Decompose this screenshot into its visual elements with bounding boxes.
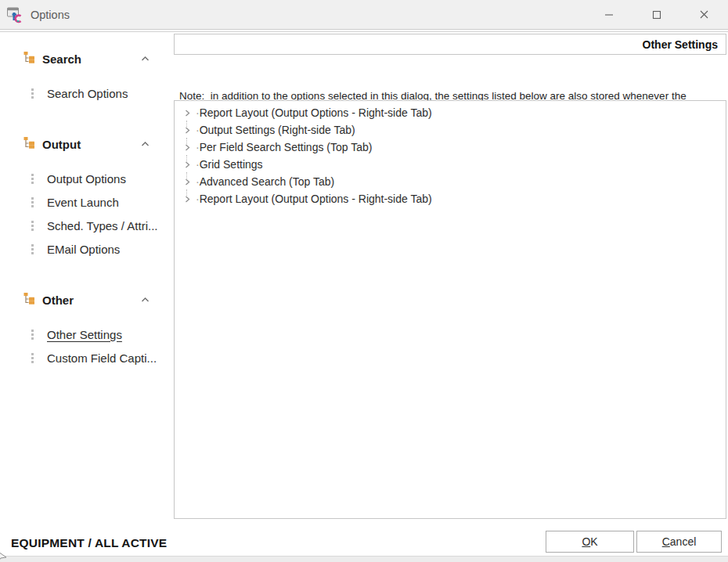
sidebar-section-output: Output Output Options Event Launch Sched… [0,132,174,261]
maximize-button[interactable] [632,0,680,29]
tree-item[interactable]: Output Settings (Right-side Tab) [175,121,726,139]
close-icon [699,9,709,20]
grip-dots-icon [31,244,34,254]
tree-item[interactable]: Per Field Search Settings (Top Tab) [175,139,726,156]
sidebar-section-other: Other Other Settings Custom Field Capti.… [0,288,174,369]
tree-item[interactable]: Grid Settings [175,156,726,173]
chevron-right-icon[interactable] [181,126,193,135]
cancel-button-label: Cancel [662,535,697,548]
sidebar: Search Search Options [0,33,174,521]
chevron-right-icon[interactable] [181,195,193,204]
sidebar-item-event-launch[interactable]: Event Launch [0,190,174,214]
minimize-icon [604,10,614,20]
sidebar-item-sched-types[interactable]: Sched. Types / Attri... [0,214,174,237]
sidebar-section-label: Search [42,52,81,66]
grip-dots-icon [31,88,34,99]
tree-structure-icon [23,51,36,67]
mouse-cursor [0,549,9,562]
tree-item-label: Report Layout (Output Options - Right-si… [196,193,432,205]
grip-dots-icon [31,221,34,231]
chevron-up-icon[interactable] [140,139,150,150]
panel-title-bar: Other Settings [174,34,726,55]
sidebar-items-output: Output Options Event Launch Sched. Types… [0,167,174,261]
tree-item[interactable]: Report Layout (Output Options - Right-si… [175,190,726,207]
grip-dots-icon [31,197,34,207]
tree-item-label: Advanced Search (Top Tab) [196,175,334,188]
tree-item-label: Report Layout (Output Options - Right-si… [196,106,432,119]
sidebar-items-other: Other Settings Custom Field Capti... [0,322,174,369]
sidebar-item-other-settings[interactable]: Other Settings [0,322,174,346]
titlebar-separator-2 [0,31,728,32]
app-logo-icon [6,5,24,23]
ok-button[interactable]: OK [546,531,634,553]
sidebar-item-label: Other Settings [47,328,122,341]
grip-dots-icon [31,174,34,184]
tree-item-label: Per Field Search Settings (Top Tab) [196,141,372,153]
cancel-button[interactable]: Cancel [636,531,722,553]
close-button[interactable] [680,0,728,29]
options-dialog: Options [0,0,728,562]
sidebar-item-email-options[interactable]: EMail Options [0,237,174,261]
sidebar-section-label: Output [42,138,81,151]
context-label: EQUIPMENT / ALL ACTIVE [11,536,167,550]
sidebar-items-search: Search Options [0,81,174,105]
chevron-right-icon[interactable] [181,109,193,117]
ok-button-label: OK [582,535,597,548]
chevron-right-icon[interactable] [181,160,193,169]
chevron-up-icon[interactable] [140,295,150,305]
sidebar-section-search: Search Search Options [0,47,174,105]
tree-item-label: Grid Settings [196,158,263,171]
chevron-right-icon[interactable] [181,178,193,186]
minimize-button[interactable] [585,0,632,29]
tree-item[interactable]: Report Layout (Output Options - Right-si… [175,104,726,121]
sidebar-item-label: Event Launch [47,196,119,209]
tree-structure-icon [23,136,36,152]
sidebar-item-label: Sched. Types / Attri... [47,219,157,232]
chevron-up-icon[interactable] [140,54,150,64]
maximize-icon [652,10,661,20]
window-controls [585,0,728,29]
sidebar-section-label: Other [42,294,74,307]
settings-tree: Report Layout (Output Options - Right-si… [174,100,726,519]
titlebar-separator [0,29,728,30]
sidebar-item-label: Custom Field Capti... [47,351,157,365]
sidebar-section-header-search[interactable]: Search [0,47,174,70]
sidebar-section-header-output[interactable]: Output [0,132,174,156]
tree-item[interactable]: Advanced Search (Top Tab) [175,173,726,190]
sidebar-section-header-other[interactable]: Other [0,288,174,312]
sidebar-item-custom-field-captions[interactable]: Custom Field Capti... [0,346,174,369]
titlebar: Options [0,0,728,29]
tree-item-label: Output Settings (Right-side Tab) [196,124,355,136]
tree-structure-icon [23,292,36,308]
sidebar-item-label: Output Options [47,172,126,186]
panel-title: Other Settings [643,38,718,51]
window-title: Options [31,9,70,21]
sidebar-item-search-options[interactable]: Search Options [0,81,174,105]
sidebar-item-output-options[interactable]: Output Options [0,167,174,190]
grip-dots-icon [31,330,34,340]
sidebar-item-label: EMail Options [47,243,120,256]
grip-dots-icon [31,353,34,363]
window-bottom-edge [0,556,728,562]
chevron-right-icon[interactable] [181,143,193,152]
sidebar-item-label: Search Options [47,87,128,100]
